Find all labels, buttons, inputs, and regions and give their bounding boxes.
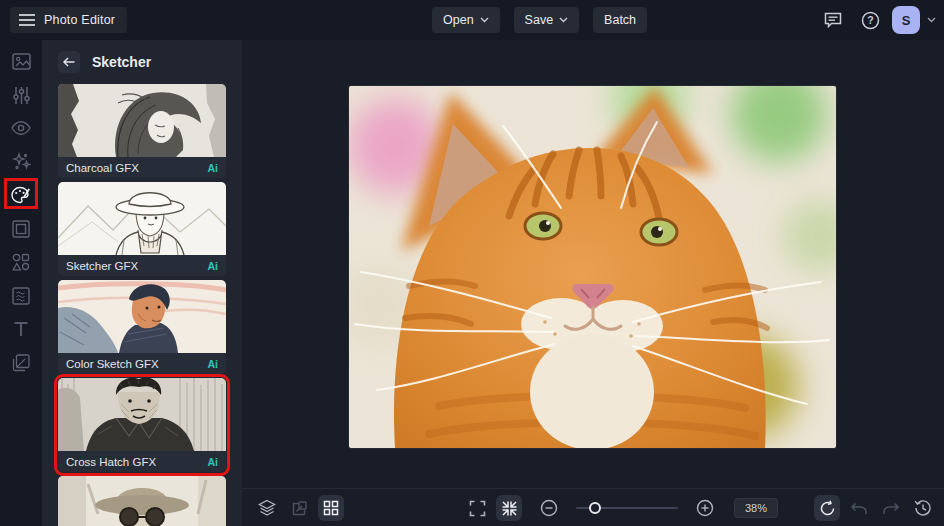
zoom-in-button[interactable] bbox=[692, 495, 718, 521]
fullscreen-button[interactable] bbox=[464, 495, 490, 521]
back-button[interactable] bbox=[58, 51, 80, 73]
open-button[interactable]: Open bbox=[432, 7, 500, 33]
effect-card-partial[interactable] bbox=[58, 476, 226, 526]
effect-card-sketcher-gfx[interactable]: Sketcher GFX Ai bbox=[58, 182, 226, 276]
top-bar: Photo Editor Open Save Batch ? S bbox=[0, 0, 944, 40]
plus-circle-icon bbox=[696, 499, 714, 517]
effects-list: Charcoal GFX Ai bbox=[42, 84, 242, 526]
redo-button[interactable] bbox=[878, 495, 904, 521]
cross-hatch-gfx-thumbnail bbox=[58, 378, 226, 451]
refresh-button[interactable] bbox=[814, 495, 840, 521]
ai-badge: Ai bbox=[208, 162, 219, 174]
shapes-icon bbox=[12, 253, 30, 271]
help-button[interactable]: ? bbox=[855, 5, 885, 35]
effect-name: Color Sketch GFX bbox=[66, 358, 159, 370]
partial-thumbnail bbox=[58, 476, 226, 526]
undo-button[interactable] bbox=[846, 495, 872, 521]
grid-icon bbox=[323, 500, 339, 516]
undo-icon bbox=[850, 502, 868, 515]
chevron-down-icon bbox=[480, 17, 489, 23]
sidebar-item-effects[interactable] bbox=[0, 152, 42, 172]
sparkles-icon bbox=[12, 152, 31, 171]
sliders-icon bbox=[13, 86, 30, 104]
sidebar-item-touchup[interactable] bbox=[0, 118, 42, 138]
sidebar-item-graphics[interactable] bbox=[0, 252, 42, 272]
history-tools-right bbox=[814, 489, 936, 526]
minus-circle-icon bbox=[540, 499, 558, 517]
open-in-new-button[interactable] bbox=[286, 495, 312, 521]
layers-panel-button[interactable] bbox=[254, 495, 280, 521]
layers-stack-icon bbox=[258, 499, 276, 517]
refresh-icon bbox=[819, 500, 836, 517]
sidebar-item-text[interactable] bbox=[0, 319, 42, 339]
sketcher-gfx-thumbnail bbox=[58, 182, 226, 255]
frame-icon bbox=[12, 220, 30, 238]
photo-editor-app: Photo Editor Open Save Batch ? S bbox=[0, 0, 944, 526]
canvas-area: 38% bbox=[242, 40, 944, 526]
batch-label: Batch bbox=[604, 13, 636, 27]
charcoal-gfx-thumbnail bbox=[58, 84, 226, 157]
topbar-right: ? S bbox=[818, 5, 936, 35]
zoom-slider[interactable] bbox=[576, 501, 678, 515]
grid-view-button[interactable] bbox=[318, 495, 344, 521]
effect-card-color-sketch-gfx[interactable]: Color Sketch GFX Ai bbox=[58, 280, 226, 374]
sidebar-item-overlays[interactable] bbox=[0, 286, 42, 306]
eye-icon bbox=[11, 121, 31, 135]
view-tools-left bbox=[254, 489, 344, 526]
tool-rail bbox=[0, 40, 42, 526]
effect-card-label-bar: Charcoal GFX Ai bbox=[58, 157, 226, 178]
texture-frame-icon bbox=[12, 287, 30, 305]
cat-photo bbox=[349, 86, 836, 448]
effect-card-label-bar: Sketcher GFX Ai bbox=[58, 255, 226, 276]
sidebar-item-artsy[interactable] bbox=[0, 185, 42, 205]
effects-panel: Sketcher Charcoa bbox=[42, 40, 242, 526]
duplicate-layers-icon bbox=[12, 354, 30, 372]
zoom-controls: 38% bbox=[464, 489, 778, 526]
ai-badge: Ai bbox=[208, 358, 219, 370]
main-menu-button[interactable]: Photo Editor bbox=[10, 7, 127, 33]
effect-name: Cross Hatch GFX bbox=[66, 456, 156, 468]
sidebar-item-frames[interactable] bbox=[0, 219, 42, 239]
arrow-left-icon bbox=[63, 57, 75, 67]
effect-card-cross-hatch-gfx[interactable]: Cross Hatch GFX Ai bbox=[58, 378, 226, 472]
effect-name: Sketcher GFX bbox=[66, 260, 138, 272]
redo-icon bbox=[882, 502, 900, 515]
bottom-toolbar: 38% bbox=[242, 488, 944, 526]
zoom-level-value: 38% bbox=[745, 502, 767, 514]
app-title: Photo Editor bbox=[44, 13, 115, 27]
chevron-down-icon bbox=[559, 17, 568, 23]
open-label: Open bbox=[443, 13, 474, 27]
effect-card-charcoal-gfx[interactable]: Charcoal GFX Ai bbox=[58, 84, 226, 178]
color-sketch-gfx-thumbnail bbox=[58, 280, 226, 353]
file-actions: Open Save Batch bbox=[432, 7, 647, 33]
avatar-initial: S bbox=[902, 13, 911, 28]
revert-history-button[interactable] bbox=[910, 495, 936, 521]
hamburger-icon bbox=[19, 14, 35, 26]
panel-header: Sketcher bbox=[42, 40, 242, 84]
feedback-button[interactable] bbox=[818, 5, 848, 35]
text-icon bbox=[13, 321, 29, 337]
batch-button[interactable]: Batch bbox=[593, 7, 647, 33]
svg-text:?: ? bbox=[867, 14, 873, 26]
effect-card-label-bar: Color Sketch GFX Ai bbox=[58, 353, 226, 374]
zoom-out-button[interactable] bbox=[536, 495, 562, 521]
zoom-level-field[interactable]: 38% bbox=[734, 498, 778, 518]
user-avatar[interactable]: S bbox=[892, 6, 920, 34]
question-mark-icon: ? bbox=[861, 11, 880, 30]
sidebar-item-edit[interactable] bbox=[0, 51, 42, 71]
panel-title: Sketcher bbox=[92, 54, 151, 70]
sidebar-item-layers[interactable] bbox=[0, 353, 42, 373]
fit-to-screen-icon bbox=[501, 500, 518, 517]
effect-card-label-bar: Cross Hatch GFX Ai bbox=[58, 451, 226, 472]
palette-icon bbox=[11, 186, 31, 204]
effect-name: Charcoal GFX bbox=[66, 162, 139, 174]
history-clock-icon bbox=[914, 499, 932, 517]
sidebar-item-adjust[interactable] bbox=[0, 85, 42, 105]
account-chevron-icon[interactable] bbox=[927, 17, 936, 23]
fit-to-screen-button[interactable] bbox=[496, 495, 522, 521]
save-button[interactable]: Save bbox=[514, 7, 580, 33]
zoom-slider-knob[interactable] bbox=[589, 502, 601, 514]
ai-badge: Ai bbox=[208, 456, 219, 468]
canvas-image-cat[interactable] bbox=[349, 86, 836, 448]
edit-image-icon bbox=[12, 53, 31, 70]
